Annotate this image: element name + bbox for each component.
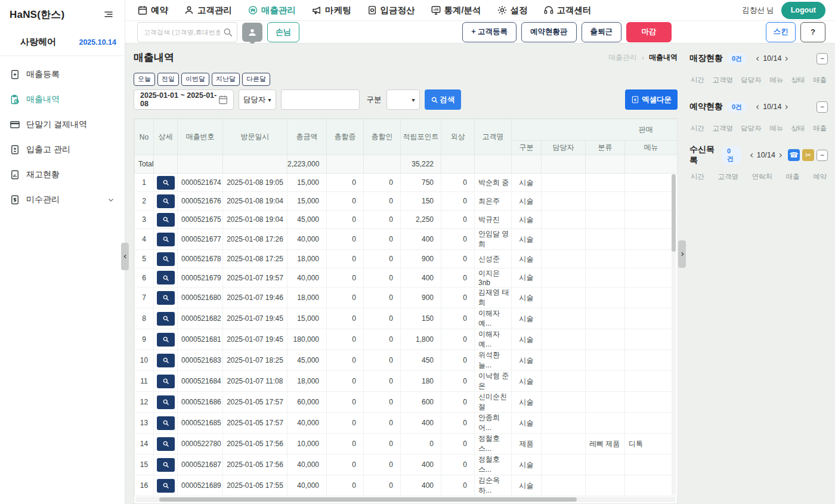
sidebar-item-inventory-io[interactable]: 입출고 관리 [0, 137, 125, 162]
topnav-item-support[interactable]: 고객센터 [543, 5, 592, 16]
topnav-item-settlement[interactable]: 입금정산 [367, 5, 415, 16]
collapse-left-handle[interactable] [121, 243, 129, 270]
cell-sale-type: 시술 [512, 174, 542, 192]
panel-column-label: 매출 [786, 172, 800, 181]
quick-filter-1[interactable]: 전일 [157, 73, 179, 86]
vertical-scrollbar[interactable] [672, 174, 676, 495]
detail-button[interactable] [157, 479, 175, 493]
cell-visit-datetime: 2025-01-05 17:56 [223, 434, 287, 454]
panel-header: 수신목록0건10/14☎✂− [689, 146, 828, 164]
staff-select[interactable]: 담당자 ▾ [239, 89, 276, 110]
cell-visit-datetime: 2025-01-08 19:04 [223, 192, 287, 211]
help-button[interactable]: ? [800, 22, 825, 42]
sidebar-item-sales-history[interactable]: 매출내역 [0, 87, 125, 112]
sidebar-item-receivables[interactable]: 미수관리 [0, 187, 125, 212]
sidebar-item-stock-status[interactable]: 재고현황 [0, 162, 125, 187]
topnav-item-customers[interactable]: 고객관리 [184, 5, 232, 16]
cell-no: 8 [135, 308, 154, 329]
detail-button[interactable] [157, 252, 175, 266]
cell-points: 0 [401, 434, 441, 454]
detail-button[interactable] [157, 395, 175, 409]
phone-call-button[interactable]: ☎ [788, 149, 800, 161]
pager-next-button[interactable] [783, 104, 790, 110]
total-cell [364, 155, 401, 174]
search-button[interactable]: 검색 [425, 89, 461, 110]
cell-surcharge: 0 [327, 392, 364, 413]
detail [154, 287, 178, 308]
detail-button[interactable] [157, 354, 175, 367]
hamburger-menu-button[interactable] [103, 9, 114, 20]
skin-button[interactable]: 스킨 [766, 22, 796, 42]
horizontal-scrollbar[interactable] [135, 497, 676, 502]
vertical-scrollbar-thumb[interactable] [672, 174, 676, 252]
app-logo: HaNS(한스) [10, 8, 64, 21]
attendance-button[interactable]: 출퇴근 [582, 22, 622, 42]
detail-button[interactable] [157, 375, 175, 388]
pager-next-button[interactable] [777, 152, 784, 159]
type-select[interactable]: ▾ [386, 89, 420, 110]
cell-sale-no: 0000521675 [178, 211, 223, 229]
doc-dollar-icon [10, 194, 20, 205]
total-cell [441, 155, 475, 174]
quick-filter-4[interactable]: 다른달 [242, 73, 270, 86]
topnav-item-sales[interactable]: 매출관리 [248, 5, 296, 16]
chart-monitor-icon [431, 5, 441, 16]
topnav-item-reservation[interactable]: 예약 [137, 5, 168, 16]
closing-button[interactable]: 마감 [626, 22, 672, 42]
cell-points: 750 [401, 174, 441, 192]
detail-button[interactable] [157, 213, 175, 227]
logout-button[interactable]: Logout [781, 2, 825, 19]
table-header: No상세매출번호방문일시총금액총할증총할인적립포인트외상고객명판매구분담당자분류… [135, 119, 678, 155]
cell-menu: 디톡 [625, 434, 678, 454]
quick-filter-3[interactable]: 지난달 [212, 73, 240, 86]
collapse-panel-button[interactable]: − [817, 101, 828, 113]
detail-button[interactable] [157, 437, 175, 451]
collapse-panel-button[interactable]: − [817, 53, 828, 64]
cell-no: 1 [135, 174, 154, 192]
sidebar-item-terminal-payments[interactable]: 단말기 결제내역 [0, 112, 125, 137]
cell-discount: 0 [364, 268, 401, 287]
date-range-picker[interactable]: 2025-01-01 ~ 2025-01-08 [134, 89, 234, 110]
excel-download-button[interactable]: 엑셀다운 [625, 89, 678, 110]
topnav-item-settings[interactable]: 설정 [497, 5, 528, 16]
doc-plus-icon [10, 69, 20, 80]
scissors-button[interactable]: ✂ [802, 149, 814, 161]
table-row: 1400005227802025-01-05 17:5610,0000000정철… [135, 434, 678, 454]
detail-button[interactable] [157, 312, 175, 326]
topnav-item-stats[interactable]: 통계/분석 [431, 5, 481, 16]
detail-button[interactable] [157, 291, 175, 305]
date-range-value: 2025-01-01 ~ 2025-01-08 [140, 91, 218, 108]
collapse-panel-button[interactable]: − [817, 150, 828, 161]
sidebar-item-sales-register[interactable]: 매출등록 [0, 62, 125, 87]
detail-button[interactable] [157, 176, 175, 190]
pager-prev-button[interactable] [754, 104, 761, 110]
topnav-item-marketing[interactable]: 마케팅 [311, 5, 351, 16]
quick-filter-0[interactable]: 오늘 [134, 73, 155, 86]
pager-prev-button[interactable] [754, 55, 761, 62]
detail-button[interactable] [157, 416, 175, 430]
staff-filter-input[interactable] [281, 89, 360, 110]
detail-button[interactable] [157, 271, 175, 285]
chevron-right-icon: › [642, 54, 644, 62]
customer-profile-badge[interactable] [242, 23, 262, 42]
guest-button[interactable]: 손님 [267, 22, 299, 42]
detail-button[interactable] [157, 458, 175, 472]
add-customer-button[interactable]: + 고객등록 [462, 22, 517, 42]
table-row: 400005216772025-01-08 17:2640,000004000안… [135, 229, 678, 250]
main-panel: 매출내역 매출관리 › 매출내역 오늘전일이번달지난달다른달 2025-01-0… [125, 44, 686, 504]
pager-prev-button[interactable] [749, 152, 755, 159]
detail-button[interactable] [157, 194, 175, 208]
cell-sale-no: 0000521676 [178, 192, 223, 211]
cell-credit: 0 [441, 308, 475, 329]
detail-button[interactable] [157, 233, 175, 246]
cell-no: 9 [135, 329, 154, 350]
reservation-board-button[interactable]: 예약현황판 [521, 22, 577, 42]
pager-next-button[interactable] [783, 55, 790, 62]
quick-filter-2[interactable]: 이번달 [181, 73, 209, 86]
collapse-right-handle[interactable] [678, 240, 686, 268]
sidebar-item-label: 입출고 관리 [26, 144, 70, 155]
cell-surcharge: 0 [327, 413, 364, 434]
detail-button[interactable] [157, 333, 175, 347]
cell-surcharge: 0 [327, 268, 364, 287]
horizontal-scrollbar-thumb[interactable] [159, 497, 577, 502]
